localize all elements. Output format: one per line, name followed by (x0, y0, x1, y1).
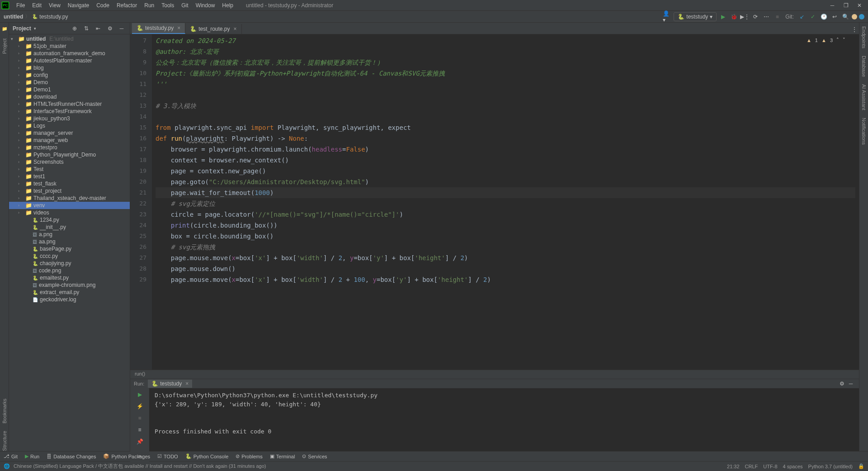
status-message[interactable]: Chinese (Simplified) Language Pack / 中文语… (14, 463, 266, 470)
maximize-button[interactable]: ❐ (843, 2, 849, 9)
tree-folder[interactable]: ›📁Demo1 (9, 86, 130, 93)
close-icon[interactable]: × (177, 25, 180, 31)
tree-folder[interactable]: ›📁videos (9, 209, 130, 216)
lock-icon[interactable]: 🔒 (858, 463, 864, 469)
line-separator[interactable]: CRLF (745, 464, 758, 469)
tree-file[interactable]: 🖼code.png (9, 267, 130, 274)
target-icon[interactable]: ⊕ (70, 24, 79, 33)
search-icon[interactable]: 🔍 (841, 12, 850, 21)
tree-file[interactable]: 🐍chaojiying.py (9, 260, 130, 267)
tree-file[interactable]: 🖼example-chromium.png (9, 281, 130, 289)
tree-folder[interactable]: ›📁test_flask (9, 180, 130, 187)
tree-folder[interactable]: ›📁test_project (9, 187, 130, 195)
terminal-tool-button[interactable]: ▣Terminal (270, 453, 295, 459)
editor-breadcrumb[interactable]: run() (130, 370, 859, 379)
coverage-button[interactable]: ▶⋮ (740, 12, 749, 21)
run-button[interactable]: ▶ (718, 12, 727, 21)
tree-folder[interactable]: ›📁51job_master (9, 43, 130, 50)
tree-folder[interactable]: ›📁manager_web (9, 137, 130, 144)
breadcrumb-file[interactable]: teststudy.py (39, 14, 68, 20)
tree-file[interactable]: 🐍extract_email.py (9, 289, 130, 296)
tree-folder[interactable]: ›📁Logs (9, 122, 130, 129)
breadcrumb-root[interactable]: untitled (4, 14, 23, 20)
tree-folder[interactable]: ›📁Python_Playwright_Demo (9, 151, 130, 158)
tree-file[interactable]: 🐍basePage.py (9, 245, 130, 252)
chevron-down-icon[interactable]: ▾ (34, 26, 36, 31)
expand-icon[interactable]: ⇅ (82, 24, 91, 33)
git-history-icon[interactable]: 🕐 (819, 12, 828, 21)
tree-file[interactable]: 🖼a.png (9, 231, 130, 238)
badge-blue[interactable] (859, 14, 864, 19)
git-commit-icon[interactable]: ✓ (808, 12, 817, 21)
editor-content[interactable]: 7891011121314151617181920212223242526272… (130, 34, 859, 370)
run-tab[interactable]: 🐍 teststudy × (148, 380, 192, 388)
database-tool-label[interactable]: Database (861, 56, 867, 77)
menu-tools[interactable]: Tools (158, 1, 178, 10)
menu-navigate[interactable]: Navigate (64, 1, 93, 10)
gear-icon[interactable]: ⚙ (837, 379, 846, 388)
tree-root[interactable]: ▾📁untitledE:\untitled (9, 35, 130, 43)
code-area[interactable]: Created on 2024-05-27@author: 北京-宏哥公众号：北… (152, 34, 859, 370)
project-tool-label[interactable]: Project (2, 38, 7, 54)
chevron-up-icon[interactable]: ˄ (836, 37, 839, 43)
tree-file[interactable]: 🐍emailtest.py (9, 274, 130, 281)
tree-file[interactable]: 📄geckodriver.log (9, 296, 130, 303)
menu-file[interactable]: File (13, 1, 28, 10)
gear-icon[interactable]: ⚙ (105, 24, 114, 33)
run-configuration[interactable]: 🐍 teststudy ▾ (674, 12, 717, 21)
tree-folder[interactable]: ›📁Demo (9, 79, 130, 86)
tree-folder[interactable]: ›📁Test (9, 166, 130, 173)
layout-button[interactable]: ≡ (135, 425, 144, 434)
tree-folder[interactable]: ›📁download (9, 93, 130, 100)
close-icon[interactable]: × (185, 381, 189, 387)
profile-button[interactable]: ⟳ (751, 12, 760, 21)
tree-file[interactable]: 🐍1234.py (9, 216, 130, 224)
rerun-button[interactable]: ▶ (135, 390, 144, 399)
tree-folder[interactable]: ›📁AutotestPlatform-master (9, 57, 130, 64)
tree-folder[interactable]: ›📁Screenshots (9, 158, 130, 166)
run-tool-button[interactable]: ▶Run (25, 453, 39, 459)
run-output[interactable]: D:\software\Python\Python37\python.exe E… (149, 388, 859, 462)
tree-folder[interactable]: ›📁HTMLTestRunnerCN-master (9, 100, 130, 108)
console-tool-button[interactable]: 🐍Python Console (185, 453, 229, 459)
collapse-icon[interactable]: ⇤ (94, 24, 103, 33)
encoding[interactable]: UTF-8 (763, 464, 777, 469)
services-tool-button[interactable]: ⊙Services (302, 453, 327, 459)
menu-git[interactable]: Git (178, 1, 192, 10)
tree-folder[interactable]: ›📁config (9, 71, 130, 79)
tree-file[interactable]: 🖼aa.png (9, 238, 130, 245)
stop-button[interactable]: ■ (773, 12, 782, 21)
badge-yellow[interactable] (852, 14, 857, 19)
pin-button[interactable]: 📌 (135, 437, 144, 446)
tree-folder[interactable]: ›📁manager_server (9, 129, 130, 137)
bookmarks-tool-label[interactable]: Bookmarks (2, 399, 7, 423)
tree-folder[interactable]: ›📁InterfaceTestFramework (9, 108, 130, 115)
more-run-button[interactable]: ⋯ (762, 12, 771, 21)
git-tool-button[interactable]: ⎇Git (4, 453, 18, 459)
close-icon[interactable]: × (234, 26, 237, 32)
git-rollback-icon[interactable]: ↩ (830, 12, 839, 21)
interpreter[interactable]: Python 3.7 (untitled) (808, 464, 853, 469)
endpoints-tool-label[interactable]: Endpoints (861, 26, 867, 48)
cursor-position[interactable]: 21:32 (727, 464, 740, 469)
git-update-icon[interactable]: ↙ (797, 12, 807, 21)
tree-folder[interactable]: ›📁venv (9, 202, 130, 209)
add-user-icon[interactable]: 👤▾ (663, 12, 672, 21)
tree-file[interactable]: 🐍cccc.py (9, 252, 130, 260)
tree-folder[interactable]: ›📁test1 (9, 173, 130, 180)
editor-problems-indicator[interactable]: ▲1 ▲3 ˄ ˅ (807, 37, 845, 43)
menu-edit[interactable]: Edit (28, 1, 45, 10)
close-button[interactable]: ✕ (856, 2, 863, 9)
tree-folder[interactable]: ›📁blog (9, 64, 130, 71)
run-settings-button[interactable]: ⚡ (135, 402, 144, 411)
hide-icon[interactable]: ─ (846, 379, 855, 388)
menu-refactor[interactable]: Refactor (113, 1, 141, 10)
project-tool-icon[interactable]: 📁 (2, 26, 7, 31)
pkg-tool-button[interactable]: 📦Python Packages (103, 453, 150, 459)
more-tabs-icon[interactable]: ⋮ (850, 25, 859, 34)
tree-folder[interactable]: ›📁Thailand_xsteach_dev-master (9, 195, 130, 202)
menu-view[interactable]: View (45, 1, 64, 10)
minimize-button[interactable]: ─ (829, 2, 835, 9)
menu-code[interactable]: Code (93, 1, 113, 10)
tree-folder[interactable]: ›📁automation_framework_demo (9, 50, 130, 57)
